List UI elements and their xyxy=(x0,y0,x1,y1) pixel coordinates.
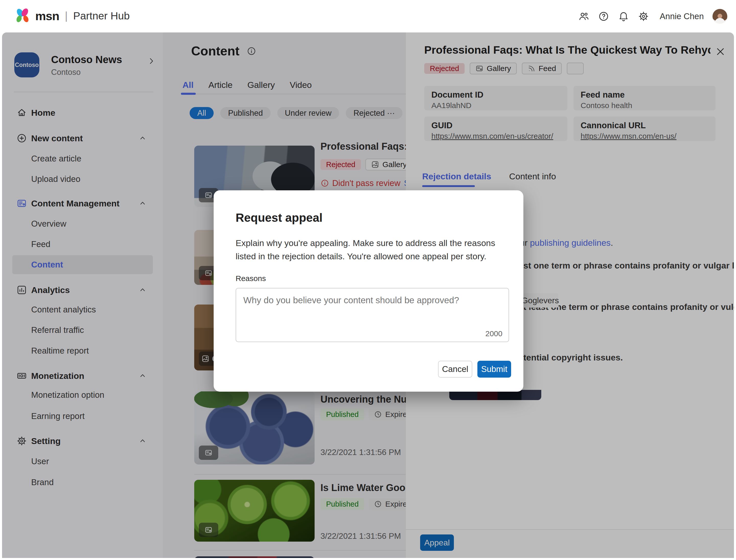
reasons-textarea[interactable] xyxy=(236,288,509,342)
top-bar: msn | Partner Hub Annie Chen xyxy=(0,0,736,32)
dialog-title: Request appeal xyxy=(236,211,322,225)
dialog-buttons: Cancel Submit xyxy=(438,361,511,378)
bell-icon[interactable] xyxy=(618,11,629,22)
top-actions: Annie Chen xyxy=(578,0,727,32)
user-avatar[interactable] xyxy=(712,9,727,24)
char-counter: 2000 xyxy=(485,329,503,338)
brand-product: Partner Hub xyxy=(73,10,130,22)
dialog-description: Explain why you're appealing. Make sure … xyxy=(236,236,507,263)
user-name[interactable]: Annie Chen xyxy=(660,11,704,21)
msn-butterfly-icon xyxy=(14,8,31,24)
help-icon[interactable] xyxy=(598,11,609,22)
submit-button[interactable]: Submit xyxy=(477,361,511,378)
gear-icon[interactable] xyxy=(638,11,649,22)
reasons-field-wrap: 2000 xyxy=(236,288,509,342)
brand-msn: msn xyxy=(35,9,59,23)
brand[interactable]: msn | Partner Hub xyxy=(14,8,130,24)
people-icon[interactable] xyxy=(578,11,589,22)
cancel-button[interactable]: Cancel xyxy=(438,361,472,378)
brand-divider: | xyxy=(65,10,68,22)
reasons-label: Reasons xyxy=(236,274,266,283)
request-appeal-dialog: Request appeal Explain why you're appeal… xyxy=(214,190,523,392)
partner-hub-app: msn | Partner Hub Annie Chen xyxy=(0,0,736,560)
